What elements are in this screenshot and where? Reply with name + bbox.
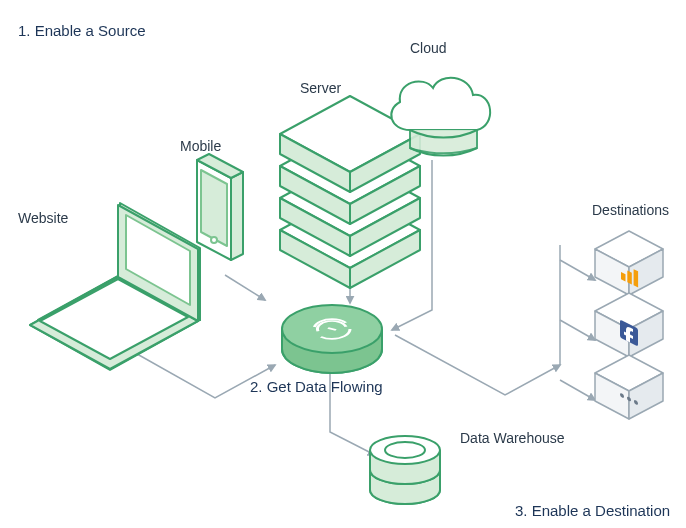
destination-box-fb	[595, 293, 663, 357]
mobile-icon	[197, 154, 243, 260]
cloud-label: Cloud	[410, 40, 447, 56]
website-label: Website	[18, 210, 68, 226]
step-1-label: 1. Enable a Source	[18, 22, 146, 39]
svg-rect-10	[627, 271, 632, 285]
destinations-stack	[595, 231, 663, 419]
data-warehouse-label: Data Warehouse	[460, 430, 565, 446]
mobile-label: Mobile	[180, 138, 221, 154]
svg-point-8	[385, 442, 425, 458]
diagram-canvas	[0, 0, 686, 528]
data-warehouse-icon	[370, 436, 440, 504]
svg-point-1	[211, 237, 217, 243]
server-label: Server	[300, 80, 341, 96]
destination-box-more	[595, 355, 663, 419]
website-icon	[13, 157, 200, 370]
step-3-label: 3. Enable a Destination	[515, 502, 670, 519]
step-2-label: 2. Get Data Flowing	[250, 378, 383, 395]
hub-icon	[282, 305, 382, 373]
svg-rect-11	[634, 269, 639, 287]
destination-rail	[560, 245, 595, 400]
destination-box-ga	[595, 231, 663, 295]
destinations-label: Destinations	[592, 202, 669, 218]
